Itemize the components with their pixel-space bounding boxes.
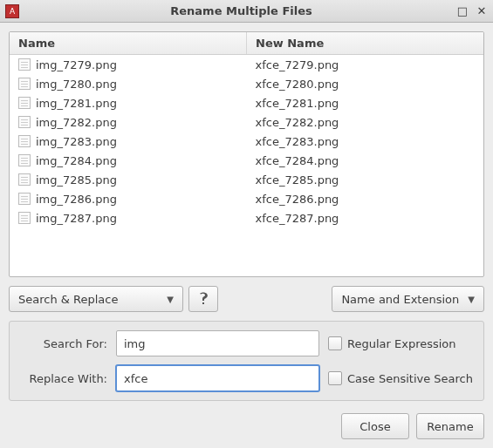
file-name: img_7283.png [36,135,117,148]
titlebar: A Rename Multiple Files □ ✕ [0,0,493,23]
mode-row: Search & Replace ▼ Name and Extension ▼ [9,286,484,312]
cell-name: img_7281.png [10,95,247,112]
chevron-down-icon: ▼ [468,295,475,304]
table-row[interactable]: img_7286.pngxfce_7286.png [10,189,483,208]
chevron-down-icon: ▼ [167,295,174,304]
close-window-button[interactable]: ✕ [476,5,488,17]
window-title: Rename Multiple Files [26,4,456,17]
cell-name: img_7280.png [10,76,247,92]
file-name: img_7284.png [36,154,117,167]
cell-name: img_7282.png [10,114,247,131]
window-controls: □ ✕ [456,5,488,17]
cell-name: img_7286.png [10,191,247,207]
replace-input[interactable] [116,365,319,391]
help-icon [196,291,210,308]
file-list[interactable]: Name New Name img_7279.pngxfce_7279.pngi… [9,31,484,277]
file-icon [18,173,31,186]
search-input[interactable] [116,330,319,356]
table-row[interactable]: img_7287.pngxfce_7287.png [10,208,483,227]
cell-name: img_7284.png [10,153,247,169]
new-file-name: xfce_7284.png [256,154,339,167]
rename-button[interactable]: Rename [416,413,484,439]
table-row[interactable]: img_7280.pngxfce_7280.png [10,74,483,93]
dialog-content: Name New Name img_7279.pngxfce_7279.pngi… [0,23,493,448]
new-file-name: xfce_7282.png [256,116,339,129]
table-row[interactable]: img_7281.pngxfce_7281.png [10,93,483,112]
checkbox-icon [328,371,342,385]
file-icon [18,78,31,90]
cell-newname: xfce_7284.png [247,153,484,169]
cell-newname: xfce_7281.png [247,95,484,112]
cell-newname: xfce_7279.png [247,57,484,73]
file-name: img_7287.png [36,212,117,225]
case-label: Case Sensitive Search [347,372,473,385]
file-icon [18,135,31,147]
new-file-name: xfce_7286.png [256,193,339,206]
regex-label: Regular Expression [347,337,456,350]
scope-combobox[interactable]: Name and Extension ▼ [332,286,484,312]
new-file-name: xfce_7281.png [256,97,339,110]
file-name: img_7279.png [36,58,117,71]
cell-name: img_7279.png [10,57,247,73]
new-file-name: xfce_7285.png [256,173,339,187]
file-name: img_7282.png [36,116,117,129]
file-icon [18,193,31,205]
table-row[interactable]: img_7283.pngxfce_7283.png [10,132,483,151]
file-name: img_7286.png [36,193,117,206]
cell-newname: xfce_7280.png [247,76,484,92]
mode-label: Search & Replace [18,293,119,306]
list-header: Name New Name [10,32,483,55]
close-button[interactable]: Close [341,413,409,439]
table-row[interactable]: img_7282.pngxfce_7282.png [10,112,483,132]
cell-newname: xfce_7283.png [247,133,484,150]
file-name: img_7285.png [36,173,117,187]
checkbox-icon [328,336,342,350]
help-button[interactable] [188,286,218,312]
cell-newname: xfce_7282.png [247,114,484,131]
table-row[interactable]: img_7279.pngxfce_7279.png [10,55,483,74]
cell-name: img_7287.png [10,210,247,227]
table-row[interactable]: img_7284.pngxfce_7284.png [10,151,483,170]
file-icon [18,116,31,128]
dialog-footer: Close Rename [9,410,484,439]
cell-newname: xfce_7286.png [247,191,484,207]
file-name: img_7280.png [36,78,117,91]
file-icon [18,97,31,109]
file-icon [18,154,31,166]
case-sensitive-checkbox[interactable]: Case Sensitive Search [328,371,473,385]
replace-with-label: Replace With: [20,372,107,385]
cell-newname: xfce_7287.png [247,210,484,227]
search-for-label: Search For: [20,337,107,350]
maximize-button[interactable]: □ [456,5,469,17]
scope-label: Name and Extension [341,293,459,306]
file-icon [18,212,31,224]
column-header-name[interactable]: Name [10,32,247,54]
file-name: img_7281.png [36,97,117,110]
params-frame: Search For: Regular Expression Replace W… [9,321,484,401]
table-row[interactable]: img_7285.pngxfce_7285.png [10,170,483,189]
column-header-newname[interactable]: New Name [247,32,483,54]
new-file-name: xfce_7283.png [256,135,339,148]
cell-newname: xfce_7285.png [247,172,484,188]
new-file-name: xfce_7279.png [256,58,339,71]
cell-name: img_7285.png [10,172,247,188]
cell-name: img_7283.png [10,133,247,150]
new-file-name: xfce_7287.png [256,212,339,225]
file-icon [18,58,31,71]
regex-checkbox[interactable]: Regular Expression [328,336,473,350]
mode-combobox[interactable]: Search & Replace ▼ [9,286,183,312]
new-file-name: xfce_7280.png [256,78,339,91]
app-icon: A [5,4,19,18]
